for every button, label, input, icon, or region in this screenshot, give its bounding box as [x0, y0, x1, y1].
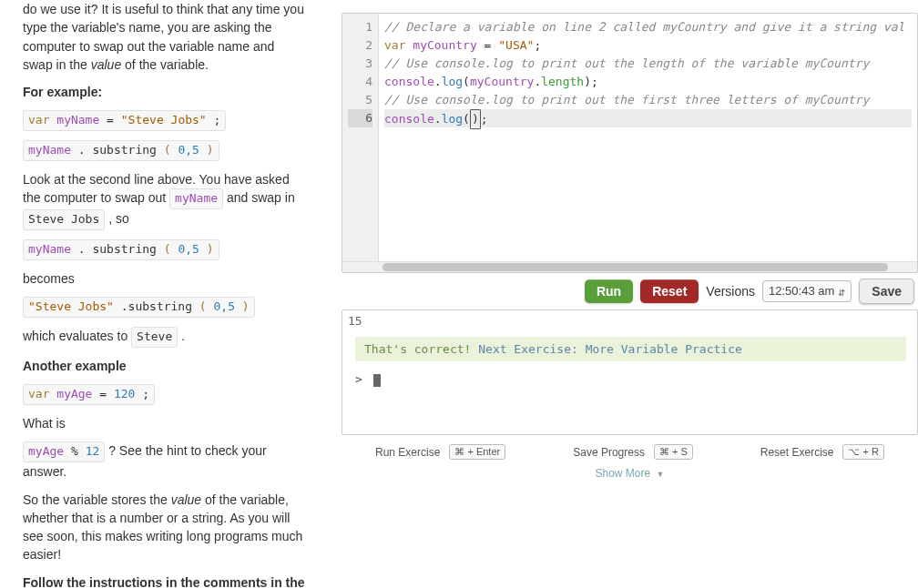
instructions-p5: So the variable stores the value of the …: [23, 491, 307, 564]
token-op: =: [99, 387, 114, 400]
code-example-5: myAge % 12: [23, 441, 105, 462]
run-button[interactable]: Run: [585, 279, 633, 303]
token-ident: myName: [28, 143, 71, 157]
shortcut-reset-key: ⌥ + R: [842, 444, 883, 460]
text-whatis: What is: [23, 414, 307, 432]
code-example-1: var myName = "Steve Jobs" ;: [23, 110, 226, 131]
token-args: 0,5: [178, 143, 199, 157]
heading-for-example: For example:: [23, 85, 102, 99]
save-button[interactable]: Save: [859, 279, 914, 304]
line-number: 1: [348, 18, 372, 36]
next-exercise-link[interactable]: Next Exercise: More Variable Practice: [478, 342, 742, 356]
code-example-4: var myAge = 120 ;: [23, 384, 155, 405]
token-method: substring: [92, 242, 156, 256]
code-example-3: "Steve Jobs" .substring ( 0,5 ): [23, 297, 255, 318]
show-more-button[interactable]: Show More ▼: [342, 467, 918, 480]
inline-code: Steve Jobs: [28, 212, 99, 226]
instructions-intro: do we use it? It is useful to think that…: [23, 0, 307, 74]
token-paren: (: [199, 299, 207, 313]
console-prompt[interactable]: >: [348, 372, 912, 387]
token-paren: ): [207, 143, 214, 157]
token-num: 120: [114, 387, 135, 400]
versions-select[interactable]: 12:50:43 am: [762, 280, 852, 302]
line-number: 5: [348, 91, 372, 109]
line-number: 4: [348, 73, 372, 91]
reset-button[interactable]: Reset: [640, 279, 699, 303]
token-ident: myName: [28, 242, 71, 256]
heading-follow: Follow the instructions in the comments …: [23, 575, 305, 588]
token-dot: .: [78, 143, 86, 157]
chevron-down-icon: ▼: [657, 470, 665, 479]
token-var: var: [28, 113, 49, 127]
token-paren: ): [207, 242, 214, 256]
code-example-2b: myName . substring ( 0,5 ): [23, 239, 219, 260]
prompt-symbol: >: [355, 372, 362, 386]
text: So the variable stores the: [23, 492, 171, 507]
token-semi: ;: [214, 113, 221, 127]
instructions-p4: myAge % 12 ? See the hint to check your …: [23, 441, 307, 481]
instructions-panel: do we use it? It is useful to think that…: [0, 0, 323, 588]
token-paren: (: [164, 143, 171, 157]
token-method: .substring: [121, 299, 192, 313]
inline-code: myName: [175, 191, 218, 205]
show-more-label: Show More: [596, 467, 651, 480]
token-var: var: [28, 387, 49, 400]
workspace-panel: 1 2 3 4 5 6 // Declare a variable on lin…: [323, 0, 918, 588]
line-number: 2: [348, 36, 372, 55]
token-semi: ;: [142, 387, 149, 400]
text-becomes: becomes: [23, 269, 307, 288]
token-method: substring: [92, 143, 156, 157]
inline-code: Steve: [137, 329, 172, 343]
token-ident: myAge: [28, 444, 64, 458]
shortcut-bar: Run Exercise ⌘ + Enter Save Progress ⌘ +…: [342, 444, 918, 460]
code-editor[interactable]: 1 2 3 4 5 6 // Declare a variable on lin…: [342, 13, 918, 273]
editor-toolbar: Run Reset Versions 12:50:43 am Save: [342, 279, 918, 304]
line-number: 6: [348, 109, 372, 127]
token-num: 12: [86, 444, 100, 458]
token-paren: ): [242, 299, 250, 313]
token-string: "Steve Jobs": [121, 113, 207, 127]
scrollbar-thumb[interactable]: [382, 263, 888, 271]
token-paren: (: [164, 242, 171, 256]
shortcut-save-key: ⌘ + S: [654, 444, 693, 460]
versions-label: Versions: [706, 284, 755, 299]
shortcut-reset-label: Reset Exercise: [760, 446, 834, 459]
line-number: 3: [348, 55, 372, 73]
shortcut-run-key: ⌘ + Enter: [449, 444, 505, 460]
text: , so: [108, 211, 129, 226]
cursor-icon: [373, 374, 381, 387]
instructions-p2: Look at the second line above. You have …: [23, 170, 307, 230]
text-em: value: [171, 492, 201, 507]
text: which evaluates to: [23, 329, 131, 343]
instructions-p3: which evaluates to Steve .: [23, 327, 307, 348]
token-args: 0,5: [214, 299, 235, 313]
text: of the variable.: [125, 57, 209, 72]
success-banner: That's correct! Next Exercise: More Vari…: [355, 337, 906, 361]
console-output[interactable]: 15 That's correct! Next Exercise: More V…: [342, 309, 918, 435]
editor-horizontal-scrollbar[interactable]: [342, 261, 917, 272]
token-ident: myAge: [56, 387, 92, 400]
token-op: =: [107, 113, 121, 127]
heading-another: Another example: [23, 359, 127, 373]
token-dot: .: [78, 242, 86, 256]
editor-content[interactable]: // Declare a variable on line 2 called m…: [379, 14, 917, 261]
text-em: value: [91, 57, 121, 72]
token-args: 0,5: [178, 242, 199, 256]
shortcut-save-label: Save Progress: [573, 446, 645, 459]
console-result: 15: [348, 314, 912, 328]
editor-gutter: 1 2 3 4 5 6: [342, 14, 379, 261]
code-example-2: myName . substring ( 0,5 ): [23, 140, 219, 161]
token-op: %: [71, 444, 86, 458]
token-ident: myName: [56, 113, 99, 127]
text: .: [181, 329, 185, 343]
text: and swap in: [227, 190, 295, 205]
success-text: That's correct!: [364, 342, 478, 356]
shortcut-run-label: Run Exercise: [375, 446, 440, 459]
token-string: "Steve Jobs": [28, 299, 114, 313]
